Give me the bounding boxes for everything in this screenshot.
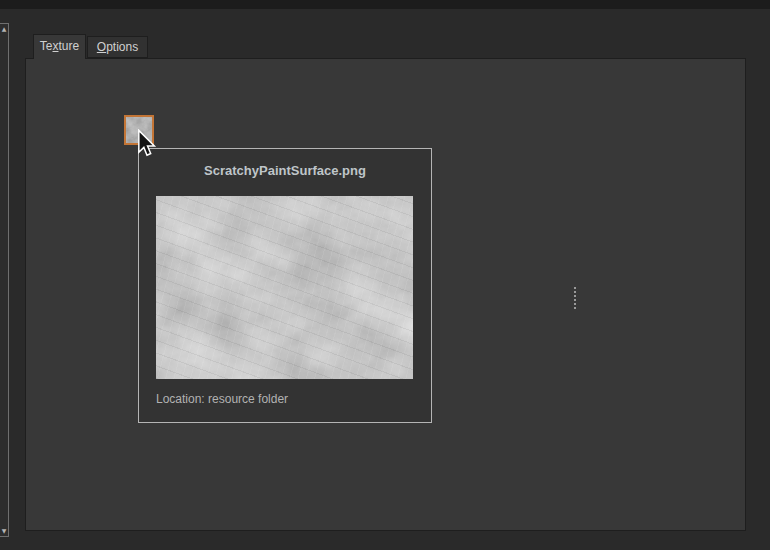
texture-tooltip: ScratchyPaintSurface.png Location: resou… [138,148,432,423]
tab-texture[interactable]: Texture [33,34,86,59]
top-divider [0,0,770,9]
tab-options-label: Options [97,40,138,54]
scroll-down-icon[interactable]: ▼ [0,528,8,534]
splitter-handle[interactable] [573,287,577,309]
scroll-up-icon[interactable]: ▲ [0,26,8,32]
mouse-cursor [137,129,157,159]
tooltip-preview-image [156,196,413,379]
texture-chooser-window: ▲ ▼ Texture Options ScratchyPaintSurface… [0,0,770,66]
left-panel-scrollbar[interactable]: ▲ ▼ [0,23,9,537]
tab-options[interactable]: Options [87,36,148,58]
tooltip-title: ScratchyPaintSurface.png [139,163,431,178]
tooltip-location-text: Location: resource folder [156,392,288,406]
tab-texture-label: Texture [40,39,79,53]
